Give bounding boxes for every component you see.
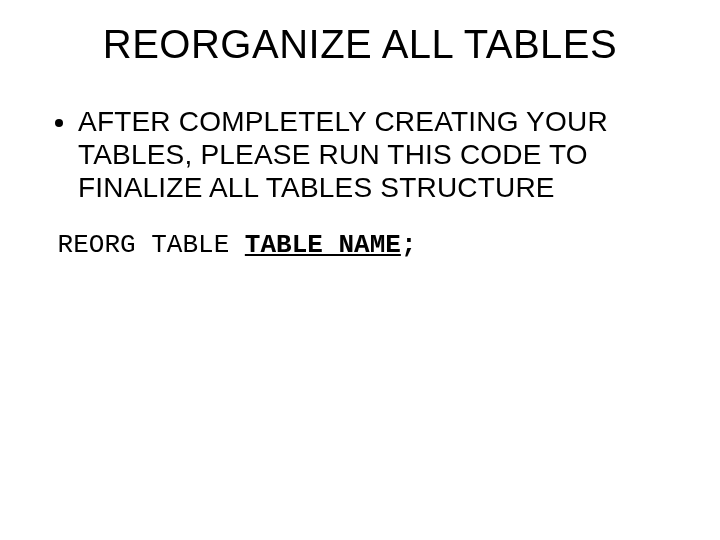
bullet-item: AFTER COMPLETELY CREATING YOUR TABLES, P…	[78, 105, 672, 204]
code-line: REORG TABLE TABLE_NAME;	[42, 230, 680, 260]
code-table-name: TABLE_NAME	[245, 230, 401, 260]
code-suffix: ;	[401, 230, 417, 260]
slide-title: REORGANIZE ALL TABLES	[40, 22, 680, 67]
code-prefix: REORG TABLE	[42, 230, 245, 260]
bullet-list: AFTER COMPLETELY CREATING YOUR TABLES, P…	[40, 105, 672, 204]
slide: REORGANIZE ALL TABLES AFTER COMPLETELY C…	[0, 0, 720, 540]
